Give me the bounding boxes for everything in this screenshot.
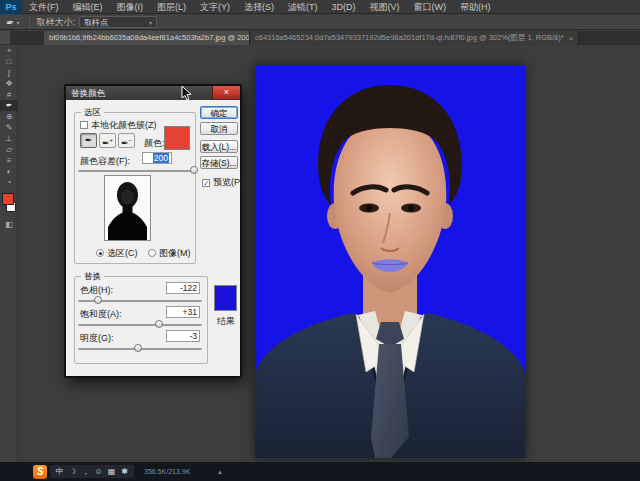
hue-slider[interactable] xyxy=(78,296,202,305)
pen-tool[interactable]: ◔ xyxy=(0,177,18,188)
network-speed-text: 356.5K/213.9K xyxy=(144,468,190,475)
menu-item-10[interactable]: 帮助(H) xyxy=(453,0,498,14)
document-tab-0[interactable]: bf09b1b6,9fb24bb6035a08da4eef81a4c503fa2… xyxy=(44,31,250,45)
os-taskbar: S 中☽，☺▦✱ 356.5K/213.9K ▴ xyxy=(0,462,640,481)
checkbox-icon[interactable] xyxy=(80,121,88,129)
tools-panel: +□ʃ❖#✒⊕✎⊥▱≡◐◔ ◧ xyxy=(0,45,18,462)
lasso-tool[interactable]: ʃ xyxy=(0,67,18,78)
sample-size-label: 取样大小: xyxy=(36,16,75,29)
checkbox-icon[interactable]: ✓ xyxy=(202,179,210,187)
preview-checkbox[interactable]: ✓预览(P) xyxy=(202,176,243,189)
ime-toolbox-icon[interactable]: ✱ xyxy=(118,467,131,476)
eraser-tool[interactable]: ▱ xyxy=(0,144,18,155)
dodge-tool[interactable]: ◐ xyxy=(0,166,18,177)
close-icon[interactable]: × xyxy=(569,34,574,43)
quick-mask-icon[interactable]: ◧ xyxy=(0,220,18,229)
chevron-down-icon[interactable]: ▾ xyxy=(16,19,19,26)
menu-item-1[interactable]: 编辑(E) xyxy=(66,0,110,14)
ime-punct-icon[interactable]: ， xyxy=(79,466,92,477)
document-tab-bar: bf09b1b6,9fb24bb6035a08da4eef81a4c503fa2… xyxy=(0,31,640,45)
result-label: 结果 xyxy=(217,315,235,328)
menu-item-3[interactable]: 图层(L) xyxy=(150,0,193,14)
ime-lang-icon[interactable]: 中 xyxy=(53,466,66,477)
lightness-slider[interactable] xyxy=(78,344,202,353)
slider-track xyxy=(78,170,194,172)
foreground-color-swatch[interactable] xyxy=(2,193,14,205)
brush-tool[interactable]: ✎ xyxy=(0,122,18,133)
document-tab-1[interactable]: c64316a5465234,0d7a53479337192d5e98a201d… xyxy=(250,31,579,45)
menu-bar: Ps 文件(F)编辑(E)图像(I)图层(L)文字(Y)选择(S)滤镜(T)3D… xyxy=(0,0,640,14)
ime-emoji-icon[interactable]: ☺ xyxy=(92,467,105,476)
cancel-button[interactable]: 取消 xyxy=(200,122,238,135)
hue-input[interactable]: -122 xyxy=(166,282,200,294)
selected-color-swatch[interactable] xyxy=(164,126,190,150)
photoshop-logo: Ps xyxy=(0,0,22,14)
replace-group-label: 替换 xyxy=(81,271,104,283)
menu-item-4[interactable]: 文字(Y) xyxy=(193,0,237,14)
close-icon[interactable]: × xyxy=(212,86,240,99)
replace-color-dialog: 替换颜色 × 选区 本地化颜色簇(Z) ✒ ✒+ ✒− 颜色: 颜色容差(F):… xyxy=(64,84,242,378)
fuzziness-input[interactable]: 200 xyxy=(142,152,172,164)
saturation-slider[interactable] xyxy=(78,320,202,329)
color-swatches xyxy=(0,191,18,217)
fuzziness-slider[interactable] xyxy=(78,166,194,175)
menu-item-5[interactable]: 选择(S) xyxy=(237,0,281,14)
slider-thumb[interactable] xyxy=(94,296,102,304)
sample-size-value: 取样点 xyxy=(84,17,108,28)
ok-button[interactable]: 确定 xyxy=(200,106,238,119)
lightness-input[interactable]: -3 xyxy=(166,330,200,342)
radio-selection[interactable]: 选区(C) xyxy=(96,247,138,260)
saturation-input[interactable]: +31 xyxy=(166,306,200,318)
options-bar: ✒ ▾ 取样大小: 取样点 ▾ xyxy=(0,15,640,30)
divider xyxy=(29,17,30,28)
radio-image[interactable]: 图像(M) xyxy=(148,247,191,260)
crop-tool[interactable]: # xyxy=(0,89,18,100)
menu-item-7[interactable]: 3D(D) xyxy=(325,0,363,14)
stamp-tool[interactable]: ⊥ xyxy=(0,133,18,144)
selection-mask-preview xyxy=(104,175,151,241)
menu-items: 文件(F)编辑(E)图像(I)图层(L)文字(Y)选择(S)滤镜(T)3D(D)… xyxy=(22,0,498,14)
portrait-image xyxy=(255,65,525,458)
quick-select-tool[interactable]: ❖ xyxy=(0,78,18,89)
slider-track xyxy=(78,324,202,326)
localized-clusters-checkbox[interactable]: 本地化颜色簇(Z) xyxy=(80,119,157,132)
ime-keyboard-icon[interactable]: ▦ xyxy=(105,467,118,476)
panel-toggle[interactable] xyxy=(0,31,10,44)
slider-thumb[interactable] xyxy=(134,344,142,352)
tray-expand-icon[interactable]: ▴ xyxy=(218,468,222,476)
eyedropper-icon[interactable]: ✒ xyxy=(5,16,15,28)
slider-thumb[interactable] xyxy=(155,320,163,328)
ime-toolbar: 中☽，☺▦✱ xyxy=(50,465,134,478)
radio-icon[interactable] xyxy=(96,249,104,257)
mask-preview-image xyxy=(105,176,150,240)
slider-thumb[interactable] xyxy=(190,166,198,174)
gradient-tool[interactable]: ≡ xyxy=(0,155,18,166)
selection-group-label: 选区 xyxy=(81,107,104,119)
marquee-tool[interactable]: □ xyxy=(0,56,18,67)
tool-list: +□ʃ❖#✒⊕✎⊥▱≡◐◔ xyxy=(0,45,17,188)
eyedropper-add-button[interactable]: ✒+ xyxy=(99,133,116,148)
mouse-cursor xyxy=(181,85,192,101)
load-button[interactable]: 载入(L)... xyxy=(200,140,238,153)
radio-icon[interactable] xyxy=(148,249,156,257)
eyedropper-subtract-button[interactable]: ✒− xyxy=(118,133,135,148)
sogou-ime-icon[interactable]: S xyxy=(33,465,47,479)
ime-halfwidth-icon[interactable]: ☽ xyxy=(66,467,79,476)
healing-tool[interactable]: ⊕ xyxy=(0,111,18,122)
save-button[interactable]: 存储(S)... xyxy=(200,156,238,169)
portrait-photo[interactable] xyxy=(255,65,525,458)
eyedropper-sample-button[interactable]: ✒ xyxy=(80,133,97,148)
move-tool[interactable]: + xyxy=(0,45,18,56)
chevron-down-icon: ▾ xyxy=(149,19,152,26)
menu-item-2[interactable]: 图像(I) xyxy=(110,0,151,14)
menu-item-9[interactable]: 窗口(W) xyxy=(407,0,454,14)
photoshop-window: Ps 文件(F)编辑(E)图像(I)图层(L)文字(Y)选择(S)滤镜(T)3D… xyxy=(0,0,640,481)
tab-label: c64316a5465234,0d7a53479337192d5e98a201d… xyxy=(255,33,564,43)
eyedropper-tool[interactable]: ✒ xyxy=(0,100,18,111)
tab-label: bf09b1b6,9fb24bb6035a08da4eef81a4c503fa2… xyxy=(49,33,250,43)
color-label: 颜色: xyxy=(144,137,165,150)
menu-item-6[interactable]: 滤镜(T) xyxy=(281,0,325,14)
sample-size-dropdown[interactable]: 取样点 ▾ xyxy=(79,16,157,28)
menu-item-0[interactable]: 文件(F) xyxy=(22,0,66,14)
menu-item-8[interactable]: 视图(V) xyxy=(363,0,407,14)
